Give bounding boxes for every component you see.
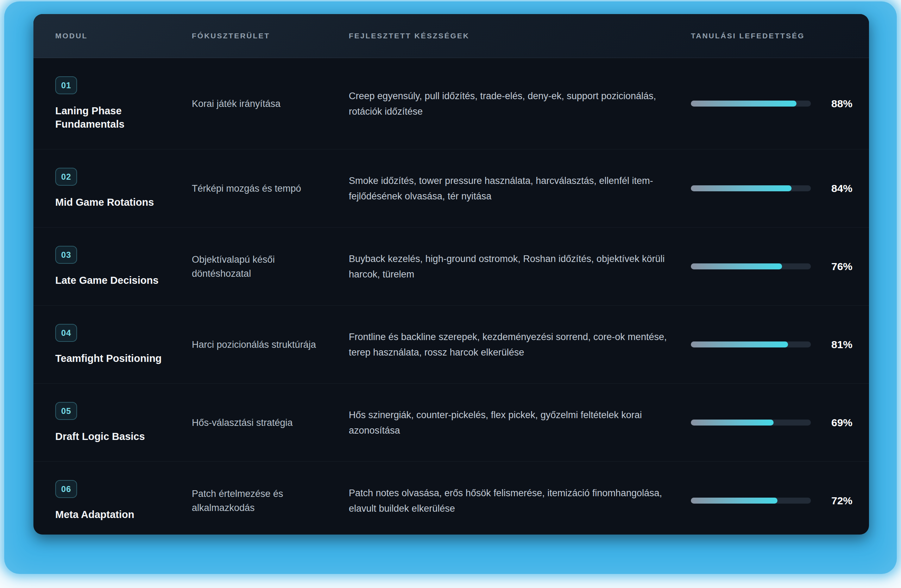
progress-bar-track bbox=[691, 185, 811, 191]
skills-text: Creep egyensúly, pull időzítés, trade-el… bbox=[349, 88, 691, 119]
module-name: Teamfight Positioning bbox=[55, 352, 173, 365]
column-header-fejlesztett-keszsegek: FEJLESZTETT KÉSZSÉGEK bbox=[349, 32, 691, 40]
module-cell: 06 Meta Adaptation bbox=[55, 480, 192, 521]
coverage-percentage: 84% bbox=[831, 182, 853, 194]
module-cell: 01 Laning Phase Fundamentals bbox=[55, 76, 192, 131]
progress-bar-track bbox=[691, 341, 811, 347]
module-number-badge: 02 bbox=[55, 168, 77, 186]
skills-text: Smoke időzítés, tower pressure használat… bbox=[349, 173, 691, 204]
progress-bar-fill bbox=[691, 341, 788, 347]
skills-text: Buyback kezelés, high-ground ostromok, R… bbox=[349, 251, 691, 282]
table-row: 03 Late Game Decisions Objektívalapú kés… bbox=[33, 227, 869, 306]
skills-text: Patch notes olvasása, erős hősök felisme… bbox=[349, 485, 691, 516]
table-row: 02 Mid Game Rotations Térképi mozgás és … bbox=[33, 149, 869, 227]
progress-bar-track bbox=[691, 101, 811, 107]
skills-text: Hős szinergiák, counter-pickelés, flex p… bbox=[349, 407, 691, 438]
progress-bar-track bbox=[691, 498, 811, 504]
coverage-cell: 84% bbox=[691, 182, 853, 194]
module-name: Meta Adaptation bbox=[55, 508, 173, 521]
module-name: Laning Phase Fundamentals bbox=[55, 104, 173, 131]
coverage-cell: 88% bbox=[691, 98, 853, 110]
course-modules-table: MODUL FÓKUSZTERÜLET FEJLESZTETT KÉSZSÉGE… bbox=[33, 14, 869, 535]
progress-bar-track bbox=[691, 263, 811, 269]
coverage-percentage: 81% bbox=[831, 339, 853, 351]
table-row: 05 Draft Logic Basics Hős-választási str… bbox=[33, 384, 869, 462]
coverage-percentage: 69% bbox=[831, 417, 853, 429]
table-header: MODUL FÓKUSZTERÜLET FEJLESZTETT KÉSZSÉGE… bbox=[33, 14, 869, 58]
progress-bar-fill bbox=[691, 498, 778, 504]
module-name: Late Game Decisions bbox=[55, 274, 173, 287]
module-cell: 05 Draft Logic Basics bbox=[55, 402, 192, 443]
table-row: 04 Teamfight Positioning Harci pozicioná… bbox=[33, 306, 869, 384]
coverage-cell: 69% bbox=[691, 417, 853, 429]
module-cell: 04 Teamfight Positioning bbox=[55, 324, 192, 365]
focus-area-text: Patch értelmezése és alkalmazkodás bbox=[192, 487, 349, 515]
coverage-cell: 72% bbox=[691, 495, 853, 507]
focus-area-text: Hős-választási stratégia bbox=[192, 416, 349, 430]
progress-bar-fill bbox=[691, 420, 773, 426]
focus-area-text: Objektívalapú késői döntéshozatal bbox=[192, 252, 349, 281]
module-cell: 03 Late Game Decisions bbox=[55, 246, 192, 287]
column-header-modul: MODUL bbox=[55, 32, 192, 40]
module-name: Draft Logic Basics bbox=[55, 430, 173, 443]
progress-bar-fill bbox=[691, 263, 782, 269]
progress-bar-fill bbox=[691, 101, 797, 107]
table-row: 06 Meta Adaptation Patch értelmezése és … bbox=[33, 462, 869, 535]
coverage-cell: 81% bbox=[691, 339, 853, 351]
module-number-badge: 06 bbox=[55, 480, 77, 498]
focus-area-text: Térképi mozgás és tempó bbox=[192, 182, 349, 196]
module-number-badge: 01 bbox=[55, 76, 77, 94]
module-name: Mid Game Rotations bbox=[55, 196, 173, 209]
page-background: MODUL FÓKUSZTERÜLET FEJLESZTETT KÉSZSÉGE… bbox=[0, 0, 901, 588]
progress-bar-fill bbox=[691, 185, 792, 191]
coverage-percentage: 88% bbox=[831, 98, 853, 110]
coverage-cell: 76% bbox=[691, 261, 853, 272]
table-row: 01 Laning Phase Fundamentals Korai játék… bbox=[33, 58, 869, 149]
module-number-badge: 03 bbox=[55, 246, 77, 264]
focus-area-text: Harci pozicionálás struktúrája bbox=[192, 338, 349, 352]
module-number-badge: 04 bbox=[55, 324, 77, 342]
column-header-tanulasi-lefedettseg: TANULÁSI LEFEDETTSÉG bbox=[691, 32, 848, 40]
skills-text: Frontline és backline szerepek, kezdemén… bbox=[349, 329, 691, 360]
coverage-percentage: 76% bbox=[831, 261, 853, 272]
module-cell: 02 Mid Game Rotations bbox=[55, 168, 192, 209]
module-number-badge: 05 bbox=[55, 402, 77, 420]
column-header-fokuszterulet: FÓKUSZTERÜLET bbox=[192, 32, 349, 40]
focus-area-text: Korai játék irányítása bbox=[192, 97, 349, 111]
progress-bar-track bbox=[691, 420, 811, 426]
coverage-percentage: 72% bbox=[831, 495, 853, 507]
